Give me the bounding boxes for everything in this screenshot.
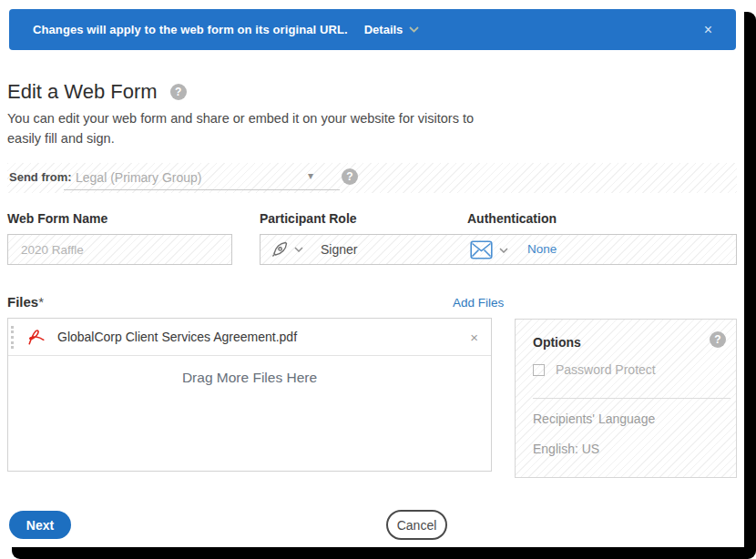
page-subtitle: You can edit your web form and share or … bbox=[7, 108, 481, 149]
files-label-text: Files bbox=[7, 294, 38, 310]
participant-role-row: Signer None bbox=[260, 234, 737, 265]
send-from-row: Send from: Legal (Primary Group) ▾ ? bbox=[7, 163, 737, 193]
signature-type-dropdown bbox=[270, 239, 303, 259]
dropdown-arrow-icon: ▾ bbox=[308, 169, 313, 182]
add-files-link[interactable]: Add Files bbox=[453, 296, 504, 310]
file-item: GlobalCorp Client Services Agreement.pdf… bbox=[8, 319, 491, 356]
cancel-button[interactable]: Cancel bbox=[386, 510, 447, 540]
dropzone-text: Drag More Files Here bbox=[8, 370, 491, 386]
banner-message: Changes will apply to the web form on it… bbox=[33, 23, 348, 36]
details-button[interactable]: Details bbox=[364, 23, 420, 36]
help-icon[interactable]: ? bbox=[342, 168, 358, 185]
options-divider bbox=[533, 398, 730, 399]
drag-handle-icon[interactable] bbox=[11, 326, 14, 349]
file-dropzone[interactable]: Drag More Files Here bbox=[8, 356, 491, 472]
files-panel: GlobalCorp Client Services Agreement.pdf… bbox=[7, 318, 492, 472]
required-marker: * bbox=[38, 294, 44, 310]
help-icon[interactable]: ? bbox=[170, 84, 187, 100]
file-name: GlobalCorp Client Services Agreement.pdf bbox=[57, 330, 297, 344]
options-title: Options bbox=[533, 335, 581, 350]
content-card: Changes will apply to the web form on it… bbox=[0, 0, 744, 547]
envelope-icon bbox=[470, 240, 493, 259]
participant-role-value: Signer bbox=[321, 242, 357, 257]
authentication-value-link[interactable]: None bbox=[527, 242, 557, 256]
recipients-language-value: English: US bbox=[533, 442, 599, 456]
chevron-down-icon bbox=[409, 26, 419, 33]
page-title: Edit a Web Form bbox=[7, 80, 158, 104]
next-button[interactable]: Next bbox=[9, 511, 71, 539]
password-protect-checkbox bbox=[533, 364, 545, 376]
details-label: Details bbox=[364, 23, 404, 36]
send-from-underline bbox=[64, 189, 340, 190]
chevron-down-icon bbox=[294, 247, 303, 252]
authentication-method-dropdown[interactable] bbox=[470, 240, 508, 259]
send-from-select: Legal (Primary Group) bbox=[76, 170, 202, 185]
web-form-name-label: Web Form Name bbox=[7, 211, 107, 226]
remove-file-icon[interactable]: × bbox=[470, 330, 478, 344]
options-panel: Options ? Password Protect Recipients' L… bbox=[515, 319, 737, 478]
page: Changes will apply to the web form on it… bbox=[0, 0, 756, 559]
pen-icon bbox=[270, 239, 290, 259]
authentication-label: Authentication bbox=[467, 211, 557, 226]
notification-banner: Changes will apply to the web form on it… bbox=[9, 9, 736, 50]
files-label: Files* bbox=[7, 294, 44, 310]
pdf-icon bbox=[26, 327, 46, 347]
recipients-language-label: Recipients' Language bbox=[533, 412, 655, 426]
password-protect-label: Password Protect bbox=[556, 362, 656, 377]
chevron-down-icon bbox=[499, 248, 508, 253]
password-protect-row: Password Protect bbox=[533, 362, 656, 377]
close-icon[interactable]: × bbox=[704, 23, 712, 37]
send-from-label: Send from: bbox=[9, 170, 72, 184]
title-row: Edit a Web Form ? bbox=[7, 80, 187, 104]
help-icon[interactable]: ? bbox=[710, 331, 726, 348]
web-form-name-input: 2020 Raffle bbox=[7, 234, 232, 265]
participant-role-label: Participant Role bbox=[260, 211, 357, 226]
